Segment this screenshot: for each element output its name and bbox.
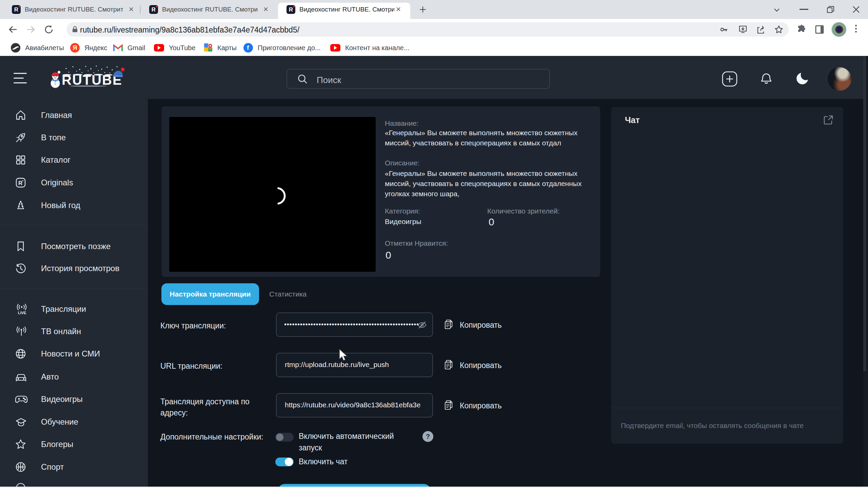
svg-text:R: R (18, 180, 22, 186)
svg-text:LIVE: LIVE (18, 311, 26, 315)
